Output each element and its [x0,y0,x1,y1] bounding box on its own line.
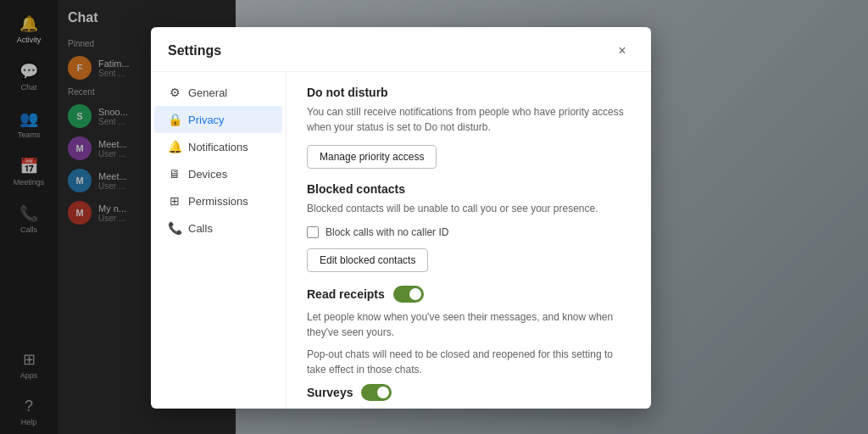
nav-item-privacy[interactable]: 🔒 Privacy [154,106,282,133]
read-receipts-desc1: Let people know when you've seen their m… [307,309,631,340]
surveys-description: Participate in surveys from Microsoft Te… [307,408,631,409]
dnd-description: You can still receive notifications from… [307,104,631,135]
surveys-title: Surveys [307,386,353,399]
read-receipts-row: Read receipts [307,286,631,303]
dialog-header: Settings × [151,27,651,72]
nav-item-devices[interactable]: 🖥 Devices [154,160,282,187]
settings-content: Do not disturb You can still receive not… [287,72,651,409]
nav-label-devices: Devices [188,168,227,181]
permissions-icon: ⊞ [168,194,181,208]
dialog-body: ⚙ General 🔒 Privacy 🔔 Notifications 🖥 De… [151,72,651,409]
nav-label-calls: Calls [188,222,213,235]
notifications-icon: 🔔 [168,140,181,153]
edit-blocked-contacts-button[interactable]: Edit blocked contacts [307,248,428,272]
general-icon: ⚙ [168,86,181,99]
nav-label-notifications: Notifications [188,141,248,153]
read-receipts-toggle[interactable] [393,286,424,303]
dnd-title: Do not disturb [307,86,631,99]
settings-nav: ⚙ General 🔒 Privacy 🔔 Notifications 🖥 De… [151,72,287,409]
surveys-row: Surveys [307,384,631,401]
read-receipts-title: Read receipts [307,287,385,301]
nav-label-permissions: Permissions [188,195,248,208]
blocked-contacts-title: Blocked contacts [307,182,631,196]
nav-label-privacy: Privacy [188,114,225,126]
nav-item-calls[interactable]: 📞 Calls [154,214,282,242]
block-no-caller-label: Block calls with no caller ID [326,226,448,238]
surveys-section: Surveys Participate in surveys from Micr… [307,384,631,409]
close-button[interactable]: × [610,39,634,63]
dialog-title: Settings [168,43,221,58]
nav-label-general: General [188,86,227,99]
nav-item-general[interactable]: ⚙ General [154,79,282,106]
calls-nav-icon: 📞 [168,221,181,235]
blocked-contacts-description: Blocked contacts will be unable to call … [307,201,631,216]
block-no-caller-row: Block calls with no caller ID [307,226,631,238]
block-no-caller-checkbox[interactable] [307,226,319,238]
read-receipts-desc2: Pop-out chats will need to be closed and… [307,347,631,377]
devices-icon: 🖥 [168,167,181,181]
nav-item-notifications[interactable]: 🔔 Notifications [154,133,282,160]
settings-dialog: Settings × ⚙ General 🔒 Privacy 🔔 Notific… [151,27,651,409]
surveys-toggle[interactable] [361,384,392,401]
privacy-icon: 🔒 [168,113,181,126]
nav-item-permissions[interactable]: ⊞ Permissions [154,187,282,214]
manage-priority-button[interactable]: Manage priority access [307,145,437,169]
